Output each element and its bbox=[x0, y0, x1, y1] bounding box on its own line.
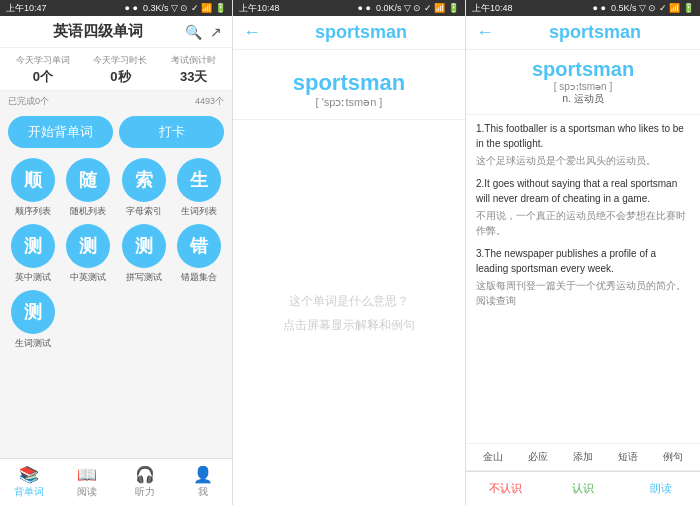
part-of-speech: n. 运动员 bbox=[476, 92, 690, 106]
panel-vocabulary-list: 上午10:47 ● ● 0.3K/s ▽ ⊙ ✓ 📶 🔋 英语四级单词 🔍 ↗ … bbox=[0, 0, 233, 505]
panel-word-hint: 上午10:48 ● ● 0.0K/s ▽ ⊙ ✓ 📶 🔋 ← sportsman… bbox=[233, 0, 466, 505]
sentence-3-en: 3.The newspaper publishes a profile of a… bbox=[476, 246, 690, 276]
sentence-1-en: 1.This footballer is a sportsman who lik… bbox=[476, 121, 690, 151]
status-signal-3: ● ● 0.5K/s ▽ ⊙ ✓ 📶 🔋 bbox=[593, 3, 694, 13]
phonetic-2: [ 'spɔːtsmən ] bbox=[316, 96, 383, 109]
header-actions: 🔍 ↗ bbox=[185, 24, 222, 40]
progress-total: 4493个 bbox=[195, 95, 224, 108]
grid-icon-sequential: 顺 bbox=[11, 158, 55, 202]
tag-add[interactable]: 添加 bbox=[573, 450, 593, 464]
header-3: ← sportsman bbox=[466, 16, 700, 50]
word-display-3: sportsman bbox=[476, 58, 690, 81]
know-label: 认识 bbox=[572, 481, 594, 496]
back-button-3[interactable]: ← bbox=[476, 22, 494, 43]
tag-biying[interactable]: 必应 bbox=[528, 450, 548, 464]
me-icon: 👤 bbox=[193, 465, 213, 484]
status-time-3: 上午10:48 bbox=[472, 2, 513, 15]
grid-random[interactable]: 随 随机列表 bbox=[64, 158, 114, 218]
action-buttons: 开始背单词 打卡 bbox=[0, 112, 232, 152]
status-signal-1: ● ● 0.3K/s ▽ ⊙ ✓ 📶 🔋 bbox=[125, 3, 226, 13]
nav-reading-label: 阅读 bbox=[77, 485, 97, 499]
word-center-section[interactable]: sportsman [ 'spɔːtsmən ] bbox=[233, 50, 465, 120]
checkin-button[interactable]: 打卡 bbox=[119, 116, 224, 148]
page-title-1: 英语四级单词 bbox=[10, 22, 185, 41]
grid-row-2: 测 英中测试 测 中英测试 测 拼写测试 错 错题集合 bbox=[0, 224, 232, 290]
sentences-area: 1.This footballer is a sportsman who lik… bbox=[466, 115, 700, 443]
status-bar-2: 上午10:48 ● ● 0.0K/s ▽ ⊙ ✓ 📶 🔋 bbox=[233, 0, 465, 16]
nav-study[interactable]: 📚 背单词 bbox=[0, 465, 58, 499]
nav-listening[interactable]: 🎧 听力 bbox=[116, 465, 174, 499]
grid-new-word-test[interactable]: 测 生词测试 bbox=[8, 290, 58, 350]
share-button[interactable]: ↗ bbox=[210, 24, 222, 40]
dont-know-label: 不认识 bbox=[489, 481, 522, 496]
nav-know[interactable]: 认识 bbox=[544, 476, 622, 501]
nav-read-aloud[interactable]: 朗读 bbox=[622, 476, 700, 501]
reading-icon: 📖 bbox=[77, 465, 97, 484]
tag-jinshan[interactable]: 金山 bbox=[483, 450, 503, 464]
header-1: 英语四级单词 🔍 ↗ bbox=[0, 16, 232, 48]
action-tag-row: 金山 必应 添加 短语 例句 bbox=[466, 443, 700, 471]
grid-new-words[interactable]: 生 生词列表 bbox=[175, 158, 225, 218]
grid-icon-spelling: 测 bbox=[122, 224, 166, 268]
word-detail-section: sportsman [ spɔːtsmən ] n. 运动员 bbox=[466, 50, 700, 115]
sentence-2-en: 2.It goes without saying that a real spo… bbox=[476, 176, 690, 206]
tag-example[interactable]: 例句 bbox=[663, 450, 683, 464]
grid-icon-en-cn: 测 bbox=[11, 224, 55, 268]
nav-study-label: 背单词 bbox=[14, 485, 44, 499]
grid-icon-random: 随 bbox=[66, 158, 110, 202]
grid-alpha-index[interactable]: 索 字母索引 bbox=[119, 158, 169, 218]
status-bar-3: 上午10:48 ● ● 0.5K/s ▽ ⊙ ✓ 📶 🔋 bbox=[466, 0, 700, 16]
status-time-2: 上午10:48 bbox=[239, 2, 280, 15]
grid-icon-new: 生 bbox=[177, 158, 221, 202]
sentence-3-cn: 这版每周刊登一篇关于一个优秀运动员的简介。阅读查询 bbox=[476, 278, 690, 308]
grid-cn-en-test[interactable]: 测 中英测试 bbox=[64, 224, 114, 284]
grid-spelling-test[interactable]: 测 拼写测试 bbox=[119, 224, 169, 284]
progress-done: 已完成0个 bbox=[8, 95, 49, 108]
stat-words-today: 今天学习单词 0个 bbox=[16, 54, 70, 86]
word-header-2: sportsman bbox=[267, 22, 455, 43]
word-display-2: sportsman bbox=[293, 70, 405, 96]
tag-phrase[interactable]: 短语 bbox=[618, 450, 638, 464]
read-aloud-label: 朗读 bbox=[650, 481, 672, 496]
bottom-nav-1: 📚 背单词 📖 阅读 🎧 听力 👤 我 bbox=[0, 458, 232, 505]
status-signal-2: ● ● 0.0K/s ▽ ⊙ ✓ 📶 🔋 bbox=[358, 3, 459, 13]
search-button[interactable]: 🔍 bbox=[185, 24, 202, 40]
nav-me[interactable]: 👤 我 bbox=[174, 465, 232, 499]
grid-en-cn-test[interactable]: 测 英中测试 bbox=[8, 224, 58, 284]
study-icon: 📚 bbox=[19, 465, 39, 484]
header-2: ← sportsman bbox=[233, 16, 465, 50]
sentence-1-cn: 这个足球运动员是个爱出风头的运动员。 bbox=[476, 153, 690, 168]
grid-sequential[interactable]: 顺 顺序列表 bbox=[8, 158, 58, 218]
hint-line-2: 点击屏幕显示解释和例句 bbox=[283, 313, 415, 337]
grid-icon-alpha: 索 bbox=[122, 158, 166, 202]
grid-icon-cn-en: 测 bbox=[66, 224, 110, 268]
grid-icon-mistakes: 错 bbox=[177, 224, 221, 268]
nav-me-label: 我 bbox=[198, 485, 208, 499]
word-header-3: sportsman bbox=[500, 22, 690, 43]
sentence-2-cn: 不用说，一个真正的运动员绝不会梦想在比赛时作弊。 bbox=[476, 208, 690, 238]
progress-row: 已完成0个 4493个 bbox=[0, 91, 232, 112]
nav-listening-label: 听力 bbox=[135, 485, 155, 499]
stat-countdown: 考试倒计时 33天 bbox=[171, 54, 216, 86]
grid-mistakes[interactable]: 错 错题集合 bbox=[175, 224, 225, 284]
hint-area[interactable]: 这个单词是什么意思？ 点击屏幕显示解释和例句 bbox=[233, 120, 465, 505]
stats-row: 今天学习单词 0个 今天学习时长 0秒 考试倒计时 33天 bbox=[0, 48, 232, 91]
phonetic-3: [ spɔːtsmən ] bbox=[476, 81, 690, 92]
grid-row-1: 顺 顺序列表 随 随机列表 索 字母索引 生 生词列表 bbox=[0, 152, 232, 224]
bottom-nav-3: 不认识 认识 朗读 bbox=[466, 471, 700, 505]
grid-row-3: 测 生词测试 bbox=[0, 290, 232, 356]
back-button-2[interactable]: ← bbox=[243, 22, 261, 43]
hint-line-1: 这个单词是什么意思？ bbox=[289, 289, 409, 313]
nav-reading[interactable]: 📖 阅读 bbox=[58, 465, 116, 499]
nav-dont-know[interactable]: 不认识 bbox=[466, 476, 544, 501]
status-time-1: 上午10:47 bbox=[6, 2, 47, 15]
status-bar-1: 上午10:47 ● ● 0.3K/s ▽ ⊙ ✓ 📶 🔋 bbox=[0, 0, 232, 16]
panel-word-detail: 上午10:48 ● ● 0.5K/s ▽ ⊙ ✓ 📶 🔋 ← sportsman… bbox=[466, 0, 700, 505]
start-study-button[interactable]: 开始背单词 bbox=[8, 116, 113, 148]
stat-time-today: 今天学习时长 0秒 bbox=[93, 54, 147, 86]
grid-icon-new-test: 测 bbox=[11, 290, 55, 334]
listening-icon: 🎧 bbox=[135, 465, 155, 484]
